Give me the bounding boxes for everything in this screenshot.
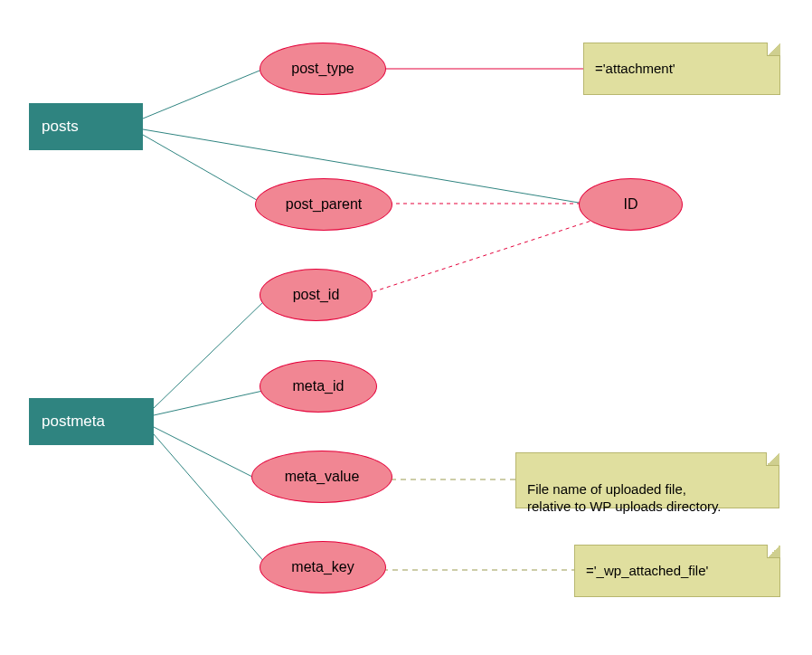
entity-label: posts [42, 118, 79, 136]
attr-label: meta_key [291, 559, 354, 575]
attr-label: ID [624, 196, 638, 213]
attr-meta_id: meta_id [260, 360, 377, 413]
note-text: ='attachment' [595, 60, 675, 78]
attr-label: meta_value [285, 469, 360, 485]
attr-meta_value: meta_value [251, 451, 392, 503]
note-attachment: ='attachment' [583, 43, 780, 95]
edge-postmeta-meta_value [154, 427, 258, 479]
note-text: ='_wp_attached_file' [586, 562, 708, 580]
entity-label: postmeta [42, 413, 105, 431]
attr-post_parent: post_parent [255, 178, 392, 231]
edge-posts-post_parent [143, 135, 261, 203]
attr-label: post_type [291, 61, 354, 77]
attr-post_id: post_id [260, 269, 373, 321]
edge-post_id-id [366, 219, 597, 294]
edge-postmeta-meta_key [154, 434, 271, 570]
note-text: File name of uploaded file, relative to … [527, 481, 722, 515]
attr-label: post_parent [286, 196, 363, 213]
edge-posts-post_type [143, 69, 264, 119]
attr-id: ID [579, 178, 683, 231]
attr-post_type: post_type [260, 43, 386, 95]
edge-postmeta-post_id [154, 300, 265, 408]
entity-posts: posts [29, 103, 143, 150]
attr-meta_key: meta_key [260, 541, 386, 593]
edge-postmeta-meta_id [154, 390, 267, 415]
entity-postmeta: postmeta [29, 398, 154, 445]
note-wp-attached: ='_wp_attached_file' [574, 545, 780, 597]
note-filename: File name of uploaded file, relative to … [515, 452, 779, 508]
attr-label: post_id [293, 287, 340, 303]
attr-label: meta_id [293, 378, 345, 394]
